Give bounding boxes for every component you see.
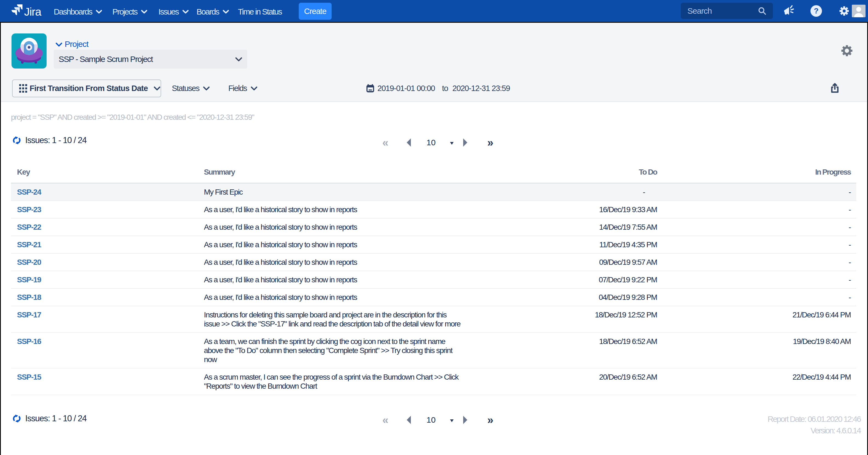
svg-text:?: ? [814, 7, 818, 15]
